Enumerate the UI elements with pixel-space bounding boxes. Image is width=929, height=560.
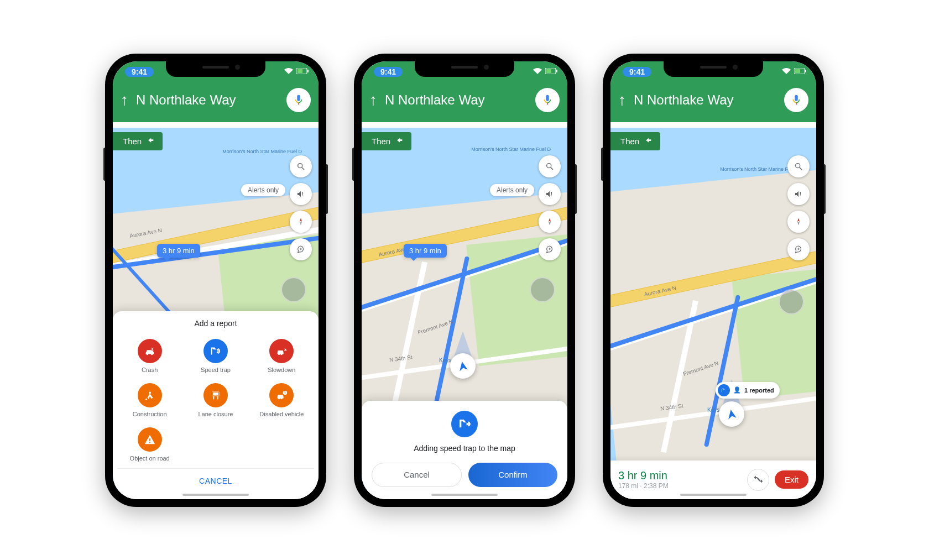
reported-label: 1 reported [744, 387, 774, 394]
svg-rect-13 [217, 396, 218, 399]
notch [415, 61, 514, 77]
sound-button[interactable] [290, 183, 312, 205]
search-button[interactable] [290, 155, 312, 177]
svg-point-3 [298, 163, 302, 168]
search-icon [794, 162, 803, 171]
svg-rect-36 [800, 195, 801, 196]
svg-point-9 [149, 391, 151, 394]
routes-button[interactable] [747, 469, 769, 491]
screen: 9:41 ↑ N Northlake Way Then [362, 61, 567, 499]
svg-marker-28 [549, 222, 551, 226]
svg-point-23 [547, 163, 551, 168]
voice-button[interactable] [784, 88, 808, 112]
svg-rect-16 [285, 393, 285, 394]
status-icons [284, 68, 309, 75]
report-slowdown[interactable]: Slowdown [249, 336, 314, 376]
exit-button[interactable]: Exit [775, 470, 808, 489]
home-indicator[interactable] [680, 494, 747, 496]
cancel-button[interactable]: CANCEL [117, 468, 314, 493]
sign-icon [203, 383, 228, 407]
notch [166, 61, 265, 77]
search-button[interactable] [787, 155, 810, 177]
notch [664, 61, 763, 77]
report-crash[interactable]: Crash [117, 336, 182, 376]
screen: 9:41 ↑ N Northlake Way Then Aurora Ave [113, 61, 319, 499]
mic-icon [790, 94, 802, 106]
status-time: 9:41 [125, 67, 154, 77]
home-indicator[interactable] [431, 494, 498, 496]
svg-rect-15 [285, 391, 285, 393]
speed-trap-icon [451, 411, 478, 437]
svg-rect-21 [556, 70, 557, 72]
arrow-up-icon: ↑ [369, 91, 377, 109]
alerts-chip[interactable]: Alerts only [241, 184, 285, 196]
svg-marker-27 [549, 218, 551, 222]
svg-rect-30 [795, 69, 800, 73]
svg-rect-1 [298, 69, 302, 73]
svg-marker-8 [300, 222, 302, 226]
battery-icon [545, 68, 557, 74]
street-name: N Northlake Way [136, 92, 279, 108]
sound-button[interactable] [787, 183, 810, 205]
nav-arrow [719, 401, 744, 427]
svg-rect-35 [800, 192, 801, 195]
speaker-alert-icon [296, 190, 305, 198]
then-pill: Then [362, 132, 411, 150]
voice-button[interactable] [535, 88, 560, 112]
reported-chip[interactable]: 👤 1 reported [716, 382, 780, 399]
poi-morrison: Morrison's North Star Marine Fuel D [471, 146, 551, 152]
nav-beam [454, 331, 472, 357]
report-lane-closure[interactable]: Lane closure [183, 380, 248, 421]
report-label: Disabled vehicle [259, 411, 304, 417]
report-button[interactable] [787, 238, 810, 260]
sound-button[interactable] [539, 183, 561, 205]
map[interactable]: Aurora Ave N Fremont Ave N N 34th St Mor… [610, 128, 816, 499]
person-icon: 👤 [733, 386, 741, 394]
speaker-alert-icon [794, 190, 803, 198]
poi-keys: Keys [439, 357, 451, 363]
compass-button[interactable] [787, 211, 810, 233]
report-speed-trap[interactable]: Speed trap [183, 336, 248, 376]
report-object-on-road[interactable]: Object on road [117, 424, 182, 465]
speech-plus-icon [296, 245, 305, 254]
compass-icon [545, 217, 554, 226]
voice-button[interactable] [286, 88, 311, 112]
alerts-chip[interactable]: Alerts only [490, 184, 534, 196]
svg-rect-12 [213, 396, 214, 399]
mic-icon [541, 94, 554, 106]
car-crash-icon [138, 339, 162, 363]
wifi-icon [533, 68, 542, 75]
report-construction[interactable]: Construction [117, 380, 182, 421]
confirm-button[interactable]: Confirm [468, 463, 557, 487]
svg-rect-26 [551, 195, 552, 196]
map-buttons [539, 155, 561, 260]
report-sheet: Add a report CrashSpeed trapSlowdownCons… [113, 311, 319, 499]
svg-rect-2 [307, 70, 309, 72]
sheet-title: Add a report [117, 319, 314, 328]
search-button[interactable] [539, 155, 561, 177]
compass-button[interactable] [539, 211, 561, 233]
street-name: N Northlake Way [634, 92, 776, 108]
compass-button[interactable] [290, 211, 312, 233]
svg-marker-32 [727, 409, 736, 419]
status-time: 9:41 [374, 67, 403, 77]
arrow-up-icon: ↑ [618, 91, 626, 109]
svg-line-4 [302, 168, 304, 170]
then-label: Then [372, 137, 390, 146]
report-disabled-vehicle[interactable]: Disabled vehicle [249, 380, 314, 421]
report-button[interactable] [290, 238, 312, 260]
svg-point-33 [796, 163, 800, 168]
nav-eta: 3 hr 9 min [618, 469, 742, 482]
then-pill: Then [113, 132, 163, 150]
nav-sub: 178 mi · 2:38 PM [618, 482, 742, 490]
home-indicator[interactable] [182, 494, 249, 496]
phone-1: 9:41 ↑ N Northlake Way Then Aurora Ave [105, 54, 326, 507]
hazard-icon [138, 427, 162, 452]
then-pill: Then [610, 132, 660, 150]
nav-info[interactable]: 3 hr 9 min 178 mi · 2:38 PM [618, 469, 742, 490]
report-button[interactable] [539, 238, 561, 260]
then-label: Then [123, 137, 142, 146]
nav-arrow [450, 353, 476, 379]
svg-marker-38 [797, 222, 800, 226]
cancel-button[interactable]: Cancel [372, 463, 462, 487]
